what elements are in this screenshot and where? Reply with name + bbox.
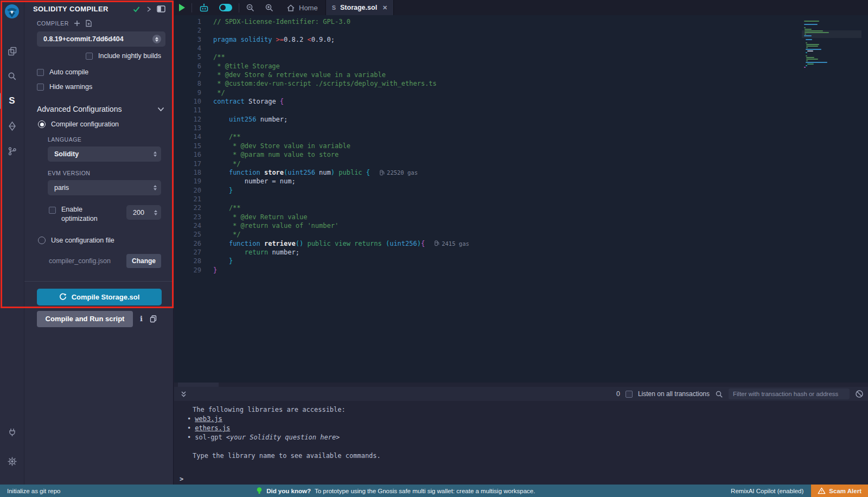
line-number: 14 bbox=[174, 132, 201, 141]
minimap-line bbox=[807, 50, 813, 52]
evm-version-label: EVM VERSION bbox=[48, 170, 173, 176]
add-compiler-icon[interactable] bbox=[74, 20, 80, 27]
open-compiler-file-icon[interactable] bbox=[85, 20, 92, 27]
evm-version-value: paris bbox=[54, 184, 154, 192]
optimization-runs-value: 200 bbox=[133, 209, 154, 216]
minimap-line bbox=[806, 39, 812, 40]
collapse-terminal-icon[interactable] bbox=[180, 390, 188, 398]
compile-and-run-button[interactable]: Compile and Run script bbox=[37, 311, 133, 327]
code-editor[interactable]: 1// SPDX-License-Identifier: GPL-3.02 3p… bbox=[174, 15, 868, 383]
code-line: 13 bbox=[174, 124, 797, 132]
settings-gear-icon[interactable] bbox=[0, 449, 24, 474]
remix-logo-icon[interactable] bbox=[4, 4, 20, 20]
minimap[interactable] bbox=[802, 16, 861, 374]
bullet: • bbox=[187, 424, 191, 433]
library-hint: <your Solidity question here> bbox=[226, 433, 340, 442]
pin-panel-icon[interactable] bbox=[157, 5, 165, 12]
hide-warnings-checkbox[interactable] bbox=[37, 84, 44, 91]
code-line: 16 * @param num value to store bbox=[174, 150, 797, 159]
compiler-section-header: COMPILER bbox=[37, 20, 173, 27]
advanced-configurations-toggle[interactable]: Advanced Configurations bbox=[37, 105, 164, 113]
line-number: 29 bbox=[174, 266, 201, 275]
code-line: 17 */ bbox=[174, 160, 797, 168]
compile-button-label: Compile Storage.sol bbox=[72, 293, 140, 301]
listen-transactions-checkbox[interactable] bbox=[626, 391, 633, 398]
line-number: 20 bbox=[174, 186, 201, 195]
copy-icon[interactable] bbox=[150, 315, 157, 323]
code-line: 27 return number; bbox=[174, 248, 797, 257]
library-link[interactable]: ethers.js bbox=[195, 424, 230, 433]
code-line: 28 } bbox=[174, 257, 797, 265]
terminal-output[interactable]: The following libraries are accessible: … bbox=[174, 401, 868, 485]
code-line: 3pragma solidity >=0.8.2 <0.9.0; bbox=[174, 35, 797, 44]
search-icon[interactable] bbox=[0, 63, 24, 88]
code-lines[interactable]: 1// SPDX-License-Identifier: GPL-3.02 3p… bbox=[174, 17, 797, 275]
runs-stepper-icon bbox=[154, 210, 157, 215]
ai-copilot-robot-icon[interactable] bbox=[194, 0, 214, 15]
compiler-version-select[interactable]: 0.8.19+commit.7dd6d404 bbox=[37, 31, 165, 47]
enable-optimization-checkbox[interactable] bbox=[49, 207, 56, 214]
line-number: 12 bbox=[174, 115, 201, 124]
version-stepper-icon bbox=[152, 35, 161, 43]
compile-button[interactable]: Compile Storage.sol bbox=[37, 289, 162, 305]
close-tab-icon[interactable]: ✕ bbox=[382, 4, 387, 11]
compiler-configuration-radio[interactable] bbox=[38, 120, 46, 128]
chevron-down-icon bbox=[157, 107, 164, 112]
active-plugin-indicator bbox=[0, 93, 2, 109]
auto-compile-checkbox[interactable] bbox=[37, 69, 44, 76]
code-line: 1// SPDX-License-Identifier: GPL-3.0 bbox=[174, 17, 797, 26]
terminal-library-item: •sol-gpt<your Solidity question here> bbox=[180, 433, 868, 442]
evm-version-select[interactable]: paris bbox=[48, 180, 161, 195]
line-number: 22 bbox=[174, 203, 201, 212]
plugin-manager-icon[interactable] bbox=[0, 419, 24, 444]
deploy-and-run-icon[interactable] bbox=[0, 113, 24, 138]
terminal-prompt[interactable]: > bbox=[180, 475, 868, 484]
git-icon[interactable] bbox=[0, 138, 24, 163]
transaction-filter-input[interactable] bbox=[729, 388, 850, 399]
info-icon[interactable]: i bbox=[140, 315, 143, 323]
refresh-icon bbox=[59, 293, 67, 301]
line-number: 4 bbox=[174, 44, 201, 53]
change-config-button[interactable]: Change bbox=[126, 254, 161, 268]
terminal-resize-handle[interactable] bbox=[178, 383, 219, 387]
listen-transactions-label: Listen on all transactions bbox=[638, 390, 710, 398]
line-number: 5 bbox=[174, 53, 201, 61]
minimap-line bbox=[806, 60, 808, 61]
line-number: 28 bbox=[174, 257, 201, 265]
did-you-know-label: Did you know? bbox=[266, 488, 311, 494]
line-number: 19 bbox=[174, 177, 201, 186]
solidity-compiler-icon[interactable]: S bbox=[0, 88, 24, 113]
toolbar-separator bbox=[239, 3, 239, 12]
remix-ide: S bbox=[0, 0, 868, 497]
code-line: 10contract Storage { bbox=[174, 97, 797, 106]
code-line: 9 */ bbox=[174, 88, 797, 97]
minimap-slider[interactable] bbox=[802, 30, 861, 38]
line-number: 3 bbox=[174, 35, 201, 44]
clear-console-icon[interactable] bbox=[855, 390, 864, 398]
code-line: 23 * @dev Return value bbox=[174, 213, 797, 221]
language-select[interactable]: Solidity bbox=[48, 146, 161, 162]
config-file-name: compiler_config.json bbox=[49, 257, 126, 265]
chevron-right-icon[interactable] bbox=[146, 6, 151, 12]
terminal-search-icon[interactable] bbox=[715, 390, 723, 398]
tab-storage-sol[interactable]: S Storage.sol ✕ bbox=[326, 0, 394, 15]
nightly-builds-checkbox[interactable] bbox=[86, 53, 93, 60]
code-line: 6 * @title Storage bbox=[174, 62, 797, 71]
gas-estimate-badge: 2415 gas bbox=[435, 239, 469, 248]
library-link[interactable]: web3.js bbox=[195, 415, 222, 424]
line-number: 16 bbox=[174, 150, 201, 159]
minimap-line bbox=[805, 30, 823, 31]
scam-alert-button[interactable]: Scam Alert bbox=[811, 485, 868, 497]
tab-home[interactable]: Home bbox=[279, 0, 326, 15]
minimap-line bbox=[806, 57, 814, 58]
init-git-repo-button[interactable]: Initialize as git repo bbox=[7, 488, 60, 494]
run-script-button[interactable] bbox=[174, 0, 190, 15]
use-configuration-file-radio[interactable] bbox=[38, 237, 46, 244]
copilot-status[interactable]: RemixAI Copilot (enabled) bbox=[731, 488, 803, 494]
optimization-runs-input[interactable]: 200 bbox=[126, 205, 161, 220]
code-line: 12 uint256 number; bbox=[174, 115, 797, 124]
file-explorer-icon[interactable] bbox=[0, 39, 24, 63]
copilot-toggle[interactable] bbox=[214, 0, 237, 15]
zoom-out-icon[interactable] bbox=[241, 0, 260, 15]
zoom-in-icon[interactable] bbox=[260, 0, 279, 15]
